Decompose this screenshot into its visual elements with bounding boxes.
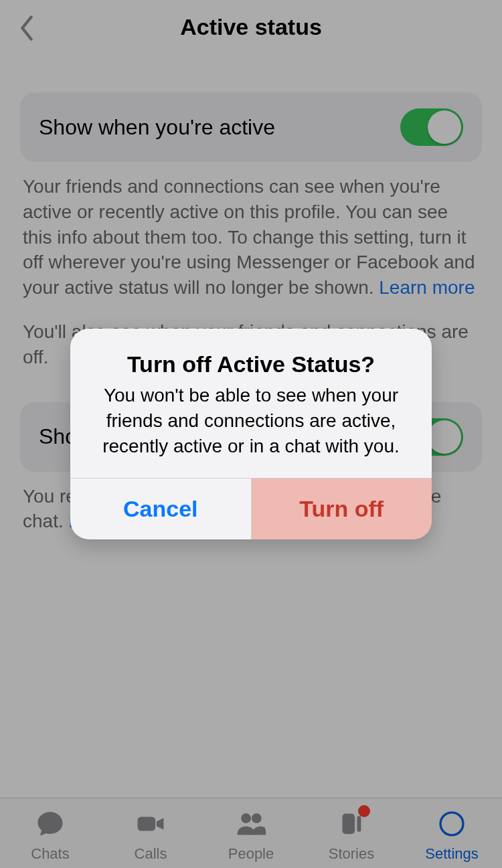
dialog-actions: Cancel Turn off	[70, 478, 432, 539]
turn-off-dialog: Turn off Active Status? You won't be abl…	[70, 329, 432, 539]
cancel-button[interactable]: Cancel	[70, 479, 252, 539]
dialog-title: Turn off Active Status?	[90, 351, 412, 377]
turn-off-button[interactable]: Turn off	[252, 479, 432, 539]
dialog-message: You won't be able to see when your frien…	[90, 383, 412, 458]
active-status-screen: Active status Show when you're active Yo…	[0, 0, 502, 868]
modal-overlay[interactable]: Turn off Active Status? You won't be abl…	[0, 0, 502, 868]
dialog-body: Turn off Active Status? You won't be abl…	[70, 329, 432, 477]
